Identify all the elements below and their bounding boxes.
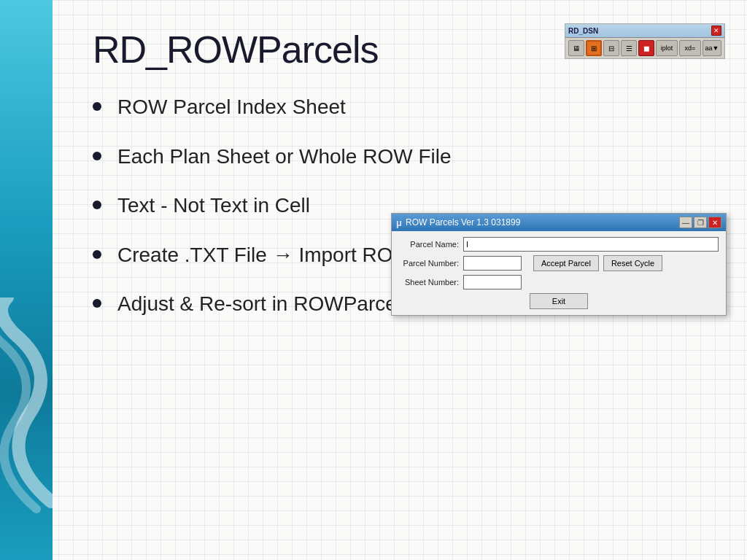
dialog-close-btn[interactable]: ✕ bbox=[708, 217, 721, 228]
toolbar-close-btn[interactable]: ✕ bbox=[711, 26, 721, 36]
bullet-dot-5 bbox=[93, 299, 101, 308]
bullet-text-3: Text - Not Text in Cell bbox=[117, 193, 310, 218]
sidebar-decoration bbox=[0, 298, 53, 516]
accept-parcel-button[interactable]: Accept Parcel bbox=[533, 255, 599, 271]
bullet-dot-2 bbox=[93, 152, 101, 160]
parcel-number-label: Parcel Number: bbox=[399, 259, 459, 268]
dialog-titlebar: μ ROW Parcels Ver 1.3 031899 — ❐ ✕ bbox=[392, 214, 726, 231]
parcel-number-row: Parcel Number: Accept Parcel Reset Cycle bbox=[399, 255, 719, 271]
dialog-maximize-btn[interactable]: ❐ bbox=[694, 217, 707, 228]
sidebar bbox=[0, 0, 53, 560]
bullet-item-2: Each Plan Sheet or Whole ROW File bbox=[93, 144, 703, 169]
dialog-minimize-btn[interactable]: — bbox=[679, 217, 692, 228]
bullet-text-1: ROW Parcel Index Sheet bbox=[117, 95, 346, 120]
bullet-dot-4 bbox=[93, 250, 101, 259]
toolbar-widget: RD_DSN ✕ 🖥 ⊞ ⊟ ☰ ◼ iplot xd= aa▼ bbox=[565, 23, 725, 59]
parcel-number-input[interactable] bbox=[463, 256, 522, 271]
toolbar-title: RD_DSN bbox=[568, 27, 598, 35]
main-content: RD_DSN ✕ 🖥 ⊞ ⊟ ☰ ◼ iplot xd= aa▼ RD_ROWP… bbox=[53, 0, 747, 560]
toolbar-icon-2[interactable]: ⊞ bbox=[586, 40, 602, 56]
toolbar-icon-4[interactable]: ☰ bbox=[621, 40, 637, 56]
toolbar-icons-row: 🖥 ⊞ ⊟ ☰ ◼ iplot xd= aa▼ bbox=[565, 38, 724, 58]
toolbar-icon-3[interactable]: ⊟ bbox=[603, 40, 619, 56]
bullet-dot-3 bbox=[93, 201, 101, 209]
dialog-title-buttons: — ❐ ✕ bbox=[679, 217, 721, 228]
sheet-number-row: Sheet Number: bbox=[399, 275, 719, 289]
dialog-title-text: ROW Parcels Ver 1.3 031899 bbox=[406, 217, 520, 228]
toolbar-icon-5[interactable]: ◼ bbox=[638, 40, 654, 56]
toolbar-icon-7[interactable]: xd= bbox=[679, 40, 701, 56]
toolbar-icon-6[interactable]: iplot bbox=[656, 40, 678, 56]
reset-cycle-button[interactable]: Reset Cycle bbox=[603, 255, 662, 271]
parcel-name-row: Parcel Name: bbox=[399, 237, 719, 252]
dialog-body: Parcel Name: Parcel Number: Accept Parce… bbox=[392, 231, 726, 315]
row-parcels-dialog: μ ROW Parcels Ver 1.3 031899 — ❐ ✕ Parce… bbox=[391, 213, 727, 316]
parcel-name-label: Parcel Name: bbox=[399, 240, 459, 249]
sheet-number-label: Sheet Number: bbox=[399, 278, 459, 287]
exit-row: Exit bbox=[399, 293, 719, 309]
bullet-dot-1 bbox=[93, 102, 101, 111]
bullet-item-1: ROW Parcel Index Sheet bbox=[93, 95, 703, 120]
sheet-number-input[interactable] bbox=[463, 275, 522, 289]
bullet-text-2: Each Plan Sheet or Whole ROW File bbox=[117, 144, 452, 169]
toolbar-icon-8[interactable]: aa▼ bbox=[703, 40, 721, 56]
dialog-title-left: μ ROW Parcels Ver 1.3 031899 bbox=[396, 217, 520, 228]
parcel-name-input[interactable] bbox=[463, 237, 719, 252]
dialog-mu-icon: μ bbox=[396, 217, 402, 228]
toolbar-icon-1[interactable]: 🖥 bbox=[568, 40, 584, 56]
exit-button[interactable]: Exit bbox=[530, 293, 588, 309]
